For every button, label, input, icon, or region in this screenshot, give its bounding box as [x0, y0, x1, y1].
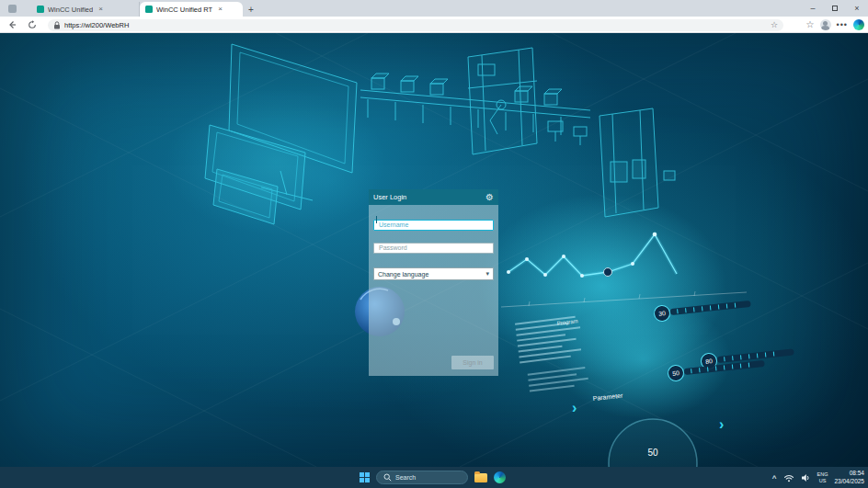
search-icon	[383, 473, 392, 482]
favorites-icon[interactable]: ☆	[806, 19, 815, 29]
language-select[interactable]: Change language ▾	[373, 267, 494, 280]
new-tab-button[interactable]: +	[248, 5, 254, 17]
bookmark-star-icon[interactable]: ☆	[771, 20, 778, 29]
login-title: User Login	[373, 193, 406, 201]
clock-time: 08:54	[834, 470, 864, 477]
chevron-right-icon[interactable]: ›	[719, 416, 724, 432]
tab-close-icon[interactable]: ×	[98, 6, 103, 13]
password-input[interactable]	[373, 243, 494, 254]
desktop-screen: WinCC Unified × WinCC Unified RT × + – ×…	[0, 0, 868, 488]
maximize-button[interactable]	[824, 0, 846, 17]
settings-gear-icon[interactable]: ⚙	[485, 193, 494, 202]
tab-favicon	[37, 6, 44, 13]
speaker-icon[interactable]	[801, 473, 811, 482]
chevron-down-icon: ▾	[485, 270, 489, 278]
navbar-actions: ☆ •••	[806, 19, 864, 30]
lock-icon	[53, 21, 61, 29]
wifi-icon[interactable]	[783, 473, 794, 482]
slider-badge-value: 50	[672, 369, 680, 377]
tab-wincc-unified[interactable]: WinCC Unified ×	[31, 2, 140, 17]
close-button[interactable]: ×	[846, 0, 868, 17]
tab-label: WinCC Unified	[48, 6, 93, 14]
start-button[interactable]	[360, 472, 370, 482]
chevron-right-icon[interactable]: ›	[572, 400, 577, 415]
wincc-login-page: Program 30 80 50 Parameter	[0, 33, 868, 467]
back-icon[interactable]	[4, 20, 20, 29]
taskbar-clock[interactable]: 08:54 23/04/2025	[834, 470, 864, 484]
language-line: US	[817, 478, 828, 483]
minimize-button[interactable]: –	[802, 0, 824, 17]
taskbar-center: Search	[360, 467, 506, 488]
tab-close-icon[interactable]: ×	[218, 6, 223, 13]
taskbar-tray: ^ ENG US 08:54 23/04/2025	[772, 467, 864, 488]
taskbar-search[interactable]: Search	[376, 471, 468, 484]
slider-badge-value: 80	[705, 357, 714, 365]
profile-avatar[interactable]	[820, 19, 831, 30]
big-circle-badge: 50	[609, 419, 697, 467]
browser-tab-strip: WinCC Unified × WinCC Unified RT × + – ×	[0, 0, 868, 17]
windows-taskbar: Search ^ ENG US 08:54 23/04/2025	[0, 467, 868, 488]
tab-favicon	[145, 6, 153, 13]
sign-in-button[interactable]: Sign in	[451, 356, 494, 369]
edge-sidebar-icon[interactable]	[853, 19, 864, 30]
clock-date: 23/04/2025	[834, 478, 864, 485]
username-field-wrap	[373, 214, 494, 231]
url-text[interactable]: https://wl200/WebRH	[64, 21, 767, 29]
address-bar[interactable]: https://wl200/WebRH ☆	[48, 19, 783, 31]
language-indicator[interactable]: ENG US	[817, 471, 828, 483]
selected-data-point	[604, 268, 612, 277]
login-header: User Login ⚙	[369, 189, 498, 205]
search-placeholder: Search	[395, 474, 416, 481]
tab-wincc-unified-rt[interactable]: WinCC Unified RT ×	[140, 2, 243, 17]
file-explorer-icon[interactable]	[474, 473, 487, 482]
browser-menu-icon[interactable]: •••	[837, 20, 848, 29]
refresh-icon[interactable]	[24, 20, 40, 29]
text-caret	[376, 216, 377, 223]
big-badge-value: 50	[647, 448, 658, 458]
language-select-value: Change language	[378, 271, 428, 278]
edge-browser-icon[interactable]	[494, 471, 506, 483]
tab-label: WinCC Unified RT	[156, 6, 212, 14]
login-panel: User Login ⚙ Change language ▾ Sign in	[369, 189, 498, 376]
password-field-wrap	[373, 237, 494, 254]
hidden-icons-chevron[interactable]: ^	[772, 474, 777, 482]
language-line: ENG	[817, 471, 828, 477]
workspace-icon[interactable]	[8, 5, 17, 13]
login-body: Change language ▾ Sign in	[369, 205, 498, 376]
username-input[interactable]	[373, 220, 494, 231]
slider-badge-value: 30	[658, 310, 667, 317]
browser-navbar: https://wl200/WebRH ☆ ☆ •••	[0, 17, 868, 33]
window-controls: – ×	[802, 0, 868, 17]
